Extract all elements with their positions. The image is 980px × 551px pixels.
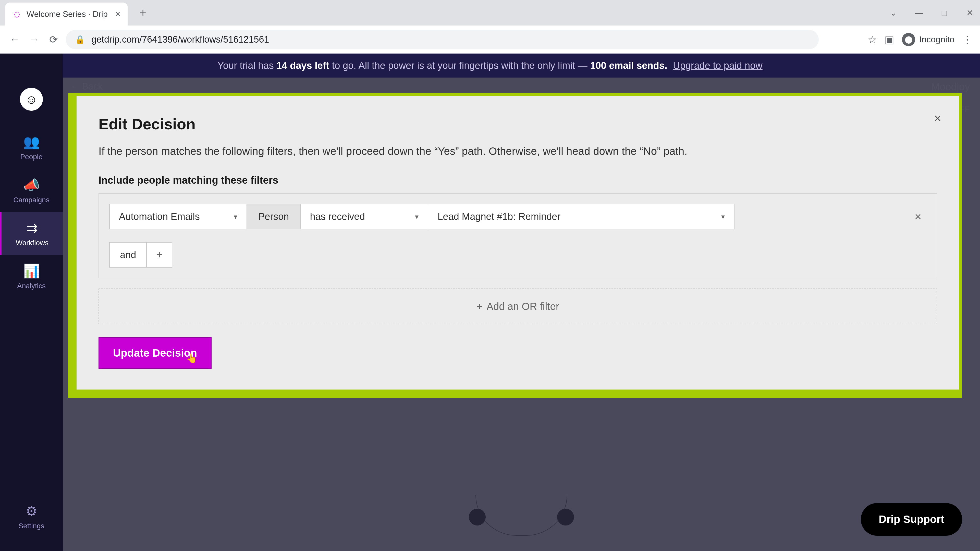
edit-decision-modal: × Edit Decision If the person matches th… (76, 96, 959, 389)
close-tab-icon[interactable]: × (115, 9, 121, 19)
modal-title: Edit Decision (99, 115, 937, 133)
filter-heading: Include people matching these filters (99, 175, 937, 186)
megaphone-icon: 📣 (23, 177, 40, 193)
trial-banner: Your trial has 14 days left to go. All t… (0, 54, 980, 78)
close-window-icon[interactable]: ✕ (965, 8, 975, 17)
trial-sends: 100 email sends. (590, 60, 667, 71)
support-label: Drip Support (879, 513, 944, 525)
select-category[interactable]: Automation Emails ▾ (109, 204, 247, 229)
trial-days: 14 days left (277, 60, 329, 71)
reload-button[interactable]: ⟳ (46, 32, 61, 47)
minimize-icon[interactable]: ― (914, 8, 924, 17)
select-email[interactable]: Lead Magnet #1b: Reminder ▾ (428, 204, 735, 229)
gear-icon: ⚙ (25, 503, 38, 519)
browser-tab-bar: ◌ Welcome Series · Drip × + ⌄ ― ◻ ✕ (0, 0, 980, 25)
incognito-icon: ⬤ (902, 33, 915, 46)
sidebar-item-people[interactable]: 👥 People (0, 126, 63, 169)
filter-row: Automation Emails ▾ Person has received … (109, 204, 926, 229)
trial-prefix: Your trial has (218, 60, 277, 71)
and-row: and + (109, 242, 926, 268)
upgrade-link[interactable]: Upgrade to paid now (673, 60, 762, 71)
sidebar-item-settings[interactable]: ⚙ Settings (0, 495, 63, 538)
sidebar-label-analytics: Analytics (17, 282, 46, 290)
update-button-label: Update Decision (113, 347, 197, 359)
or-filter-label: Add an OR filter (487, 301, 559, 312)
sidebar-label-people: People (20, 153, 42, 161)
chevron-down-icon: ▾ (234, 213, 237, 221)
extensions-icon[interactable]: ▣ (885, 34, 894, 45)
select-email-value: Lead Magnet #1b: Reminder (438, 211, 560, 222)
drip-favicon-icon: ◌ (12, 10, 21, 19)
sidebar-item-campaigns[interactable]: 📣 Campaigns (0, 169, 63, 212)
kebab-menu-icon[interactable]: ⋮ (962, 34, 972, 45)
sidebar-label-campaigns: Campaigns (13, 196, 49, 204)
close-modal-icon[interactable]: × (934, 111, 941, 125)
update-decision-button[interactable]: Update Decision 👆 (99, 337, 212, 369)
select-condition-value: has received (310, 211, 365, 222)
maximize-icon[interactable]: ◻ (939, 8, 950, 17)
sidebar-label-settings: Settings (18, 522, 44, 530)
add-or-filter-button[interactable]: + Add an OR filter (99, 289, 937, 324)
person-label: Person (258, 211, 289, 222)
analytics-icon: 📊 (23, 263, 40, 279)
add-and-filter-button[interactable]: + (147, 242, 172, 268)
forward-button[interactable]: → (27, 32, 41, 47)
sidebar: ☺ 👥 People 📣 Campaigns ⇉ Workflows 📊 Ana… (0, 54, 63, 551)
sidebar-label-workflows: Workflows (16, 239, 49, 247)
trial-middle: to go. All the power is at your fingerti… (332, 60, 590, 71)
chevron-down-icon: ▾ (415, 213, 418, 221)
and-chip[interactable]: and (109, 242, 147, 268)
drip-logo-icon[interactable]: ☺ (20, 88, 43, 111)
chevron-down-icon: ▾ (721, 213, 725, 221)
address-bar-row: ← → ⟳ 🔒 getdrip.com/7641396/workflows/51… (0, 25, 980, 54)
remove-filter-icon[interactable]: × (910, 210, 926, 223)
browser-tab[interactable]: ◌ Welcome Series · Drip × (5, 3, 127, 25)
person-badge: Person (247, 204, 301, 229)
new-tab-button[interactable]: + (135, 5, 151, 21)
url-bar[interactable]: 🔒 getdrip.com/7641396/workflows/51612156… (66, 30, 819, 49)
people-icon: 👥 (23, 134, 40, 150)
decision-card-frame: × Edit Decision If the person matches th… (68, 93, 962, 398)
modal-description: If the person matches the following filt… (99, 143, 937, 159)
plus-icon: + (476, 301, 482, 312)
select-category-value: Automation Emails (119, 211, 200, 222)
incognito-label: Incognito (919, 35, 955, 44)
main-area: ← Back Moodjoy OFF × Edit Decision If th… (63, 78, 980, 551)
sidebar-item-analytics[interactable]: 📊 Analytics (0, 255, 63, 298)
back-button[interactable]: ← (8, 32, 22, 47)
bookmark-icon[interactable]: ☆ (868, 34, 877, 45)
sidebar-item-workflows[interactable]: ⇉ Workflows (0, 212, 63, 255)
filter-group: Automation Emails ▾ Person has received … (99, 193, 937, 278)
lock-icon: 🔒 (75, 35, 85, 44)
support-button[interactable]: Drip Support (861, 503, 962, 536)
select-condition[interactable]: has received ▾ (301, 204, 428, 229)
chevron-down-icon[interactable]: ⌄ (888, 8, 898, 17)
workflow-icon: ⇉ (27, 221, 38, 236)
incognito-badge[interactable]: ⬤ Incognito (902, 33, 955, 46)
url-text: getdrip.com/7641396/workflows/516121561 (91, 34, 269, 45)
and-label: and (120, 249, 136, 260)
tab-title: Welcome Series · Drip (27, 10, 110, 19)
